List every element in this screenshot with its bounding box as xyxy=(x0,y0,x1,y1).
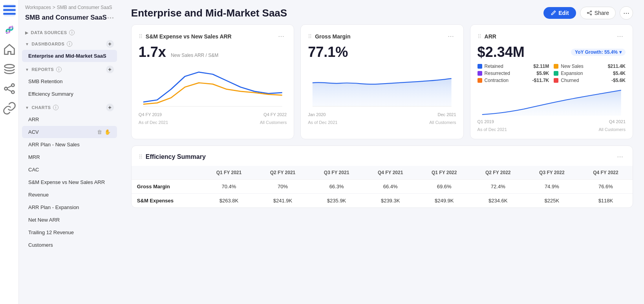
sidebar-item-revenue[interactable]: Revenue xyxy=(22,189,117,201)
section-arrow-reports: ▼ xyxy=(25,67,29,72)
arr-yoy-badge: YoY Growth: 55.4% ▾ xyxy=(571,49,626,56)
arr-chart-labels: Q1 2019 Q4 2021 xyxy=(478,119,626,124)
section-dashboards[interactable]: ▼ DASHBOARDS i + xyxy=(19,37,120,49)
svg-rect-0 xyxy=(3,5,16,7)
section-arrow-data-sources: ▶ xyxy=(25,31,29,35)
nav-icon-dna[interactable]: 🧬 xyxy=(3,24,16,36)
info-icon-data-sources[interactable]: i xyxy=(69,30,75,35)
sidebar-item-enterprise-dashboard[interactable]: Enterprise and Mid-Market SaaS xyxy=(22,50,117,62)
nav-icon-layers[interactable] xyxy=(3,63,16,75)
breadcrumb-sep: > xyxy=(53,5,55,10)
sidebar-item-arr-plan-expansion[interactable]: ARR Plan - Expansion xyxy=(22,201,117,213)
section-charts[interactable]: ▼ CHARTS i + xyxy=(19,100,120,113)
sidebar-item-arr[interactable]: ARR xyxy=(22,113,117,126)
sidebar-item-smb-retention[interactable]: SMB Retention xyxy=(22,75,117,87)
add-report-btn[interactable]: + xyxy=(106,66,114,73)
gross-margin-card: ⠿ Gross Margin ⋯ 77.1% xyxy=(300,24,463,139)
workspace-title: SMB and Consumer SaaS xyxy=(25,14,107,22)
sm-card-menu[interactable]: ⋯ xyxy=(276,32,287,41)
legend-resurrected: Resurrected $5.9K xyxy=(478,71,549,76)
section-label-reports: REPORTS xyxy=(31,67,54,72)
arr-card-footer: As of Dec 2021 All Customers xyxy=(478,127,626,132)
sm-q3-2021: $235.9K xyxy=(310,194,364,208)
gm-q2-2021: 70% xyxy=(256,180,309,194)
svg-line-8 xyxy=(7,89,11,91)
arr-metric-value: $2.34M xyxy=(478,44,525,60)
col-header-label xyxy=(132,166,202,180)
sm-q1-2022: $249.9K xyxy=(417,194,471,208)
sm-card-footer: As of Dec 2021 All Customers xyxy=(139,120,287,125)
gm-q1-2021: 70.4% xyxy=(202,180,256,194)
svg-rect-2 xyxy=(3,13,16,15)
drag-handle-efficiency[interactable]: ⠿ xyxy=(139,154,143,160)
section-arrow-dashboards: ▼ xyxy=(25,42,29,46)
nav-icon-menu[interactable] xyxy=(3,4,16,16)
sidebar-item-efficiency-summary[interactable]: Efficiency Summary xyxy=(22,88,117,100)
arr-card: ⠿ ARR ⋯ $2.34M YoY Growth: 55.4% ▾ Retai… xyxy=(470,24,633,139)
edit-button[interactable]: Edit xyxy=(543,7,576,19)
gm-q3-2022: 74.9% xyxy=(525,180,579,194)
sidebar-item-mrr[interactable]: MRR xyxy=(22,151,117,163)
svg-line-13 xyxy=(588,13,590,14)
info-icon-dashboards[interactable]: i xyxy=(67,41,72,47)
sidebar-item-net-new-arr[interactable]: Net New ARR xyxy=(22,214,117,226)
col-header-q3-2021: Q3 FY 2021 xyxy=(310,166,364,180)
add-dashboard-btn[interactable]: + xyxy=(106,40,114,48)
table-row-sm-expenses: S&M Expenses $263.8K $241.9K $235.9K $23… xyxy=(132,194,633,208)
section-reports[interactable]: ▼ REPORTS i + xyxy=(19,62,120,75)
gm-card-footer: As of Dec 2021 All Customers xyxy=(308,120,456,125)
gm-chart-labels: Jan 2020 Dec 2021 xyxy=(308,112,456,117)
sm-q1-2021: $263.8K xyxy=(202,194,256,208)
gm-chart xyxy=(308,64,456,111)
col-header-q2-2021: Q2 FY 2021 xyxy=(256,166,309,180)
arr-card-menu[interactable]: ⋯ xyxy=(615,32,626,41)
share-button[interactable]: Share xyxy=(580,7,616,19)
legend-expansion: Expansion $5.4K xyxy=(554,71,626,76)
efficiency-summary-card: ⠿ Efficiency Summary ⋯ Q1 FY 2021 Q2 FY … xyxy=(131,146,633,208)
svg-point-3 xyxy=(4,64,14,68)
efficiency-table: Q1 FY 2021 Q2 FY 2021 Q3 FY 2021 Q4 FY 2… xyxy=(132,166,633,208)
delete-acv-icon[interactable]: 🗑 xyxy=(97,129,102,135)
row-label-sm-expenses: S&M Expenses xyxy=(132,194,202,208)
gm-card-title: Gross Margin xyxy=(315,33,442,40)
drag-handle-arr[interactable]: ⠿ xyxy=(478,33,481,40)
info-icon-reports[interactable]: i xyxy=(56,67,62,72)
col-header-q3-2022: Q3 FY 2022 xyxy=(525,166,579,180)
svg-point-9 xyxy=(590,11,591,12)
legend-new-sales: New Sales $211.4K xyxy=(554,64,626,69)
breadcrumb-workspace[interactable]: Workspaces xyxy=(25,5,51,10)
sm-metric-sub: New Sales ARR / S&M xyxy=(171,53,218,58)
nav-icon-home[interactable] xyxy=(3,43,16,56)
svg-line-12 xyxy=(588,12,590,13)
sidebar-item-acv[interactable]: ACV 🗑 ✋ xyxy=(22,126,117,138)
sm-chart-labels: Q4 FY 2019 Q4 FY 2022 xyxy=(139,112,287,117)
sidebar-item-customers[interactable]: Customers xyxy=(22,239,117,251)
sm-metric-value: 1.7x xyxy=(139,44,166,60)
drag-acv-icon[interactable]: ✋ xyxy=(104,129,111,135)
col-header-q4-2022: Q4 FY 2022 xyxy=(579,166,633,180)
workspace-more-icon[interactable]: ⋯ xyxy=(107,13,114,22)
gm-q3-2021: 66.3% xyxy=(310,180,364,194)
sidebar-item-sm-expense[interactable]: S&M Expense vs New Sales ARR xyxy=(22,176,117,188)
sm-q3-2022: $225K xyxy=(525,194,579,208)
section-label-charts: CHARTS xyxy=(31,105,51,110)
more-options-button[interactable]: ⋯ xyxy=(620,6,633,20)
drag-handle-sm[interactable]: ⠿ xyxy=(139,33,143,40)
efficiency-menu[interactable]: ⋯ xyxy=(615,152,626,161)
col-header-q1-2021: Q1 FY 2021 xyxy=(202,166,256,180)
gm-q4-2022: 76.6% xyxy=(579,180,633,194)
svg-point-5 xyxy=(4,87,7,90)
gm-card-menu[interactable]: ⋯ xyxy=(445,32,456,41)
drag-handle-gm[interactable]: ⠿ xyxy=(308,33,312,40)
info-icon-charts[interactable]: i xyxy=(53,105,59,110)
svg-line-7 xyxy=(7,86,11,88)
sidebar-item-arr-plan-new-sales[interactable]: ARR Plan - New Sales xyxy=(22,138,117,151)
sidebar-item-trailing-12-revenue[interactable]: Trailing 12 Revenue xyxy=(22,226,117,238)
add-chart-btn[interactable]: + xyxy=(106,104,114,111)
nav-icon-link[interactable] xyxy=(3,102,16,115)
sidebar-item-cac[interactable]: CAC xyxy=(22,164,117,176)
nav-icon-share[interactable] xyxy=(3,82,16,95)
svg-point-11 xyxy=(590,14,591,15)
svg-rect-1 xyxy=(3,9,16,11)
section-data-sources[interactable]: ▶ DATA SOURCES i xyxy=(19,27,120,37)
